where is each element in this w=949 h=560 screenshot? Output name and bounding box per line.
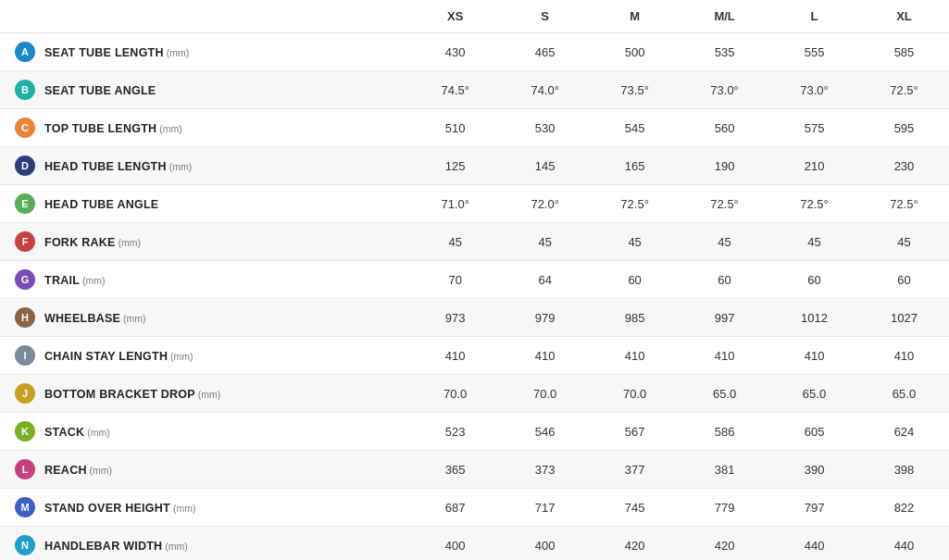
row-value-j-xl: 65.0 — [859, 375, 949, 413]
row-value-a-m-l: 535 — [680, 33, 769, 71]
row-label-text: FORK RAKE (mm) — [44, 235, 141, 249]
row-unit: (mm) — [80, 275, 105, 286]
row-main-label: HEAD TUBE ANGLE — [44, 198, 158, 211]
row-value-j-s: 70.0 — [500, 375, 590, 413]
row-main-label: STACK — [44, 426, 84, 439]
row-value-e-xl: 72.5° — [859, 185, 949, 223]
row-label-text: STAND OVER HEIGHT (mm) — [44, 501, 195, 515]
row-value-a-s: 465 — [500, 33, 590, 71]
row-value-b-m-l: 73.0° — [680, 71, 769, 109]
row-unit: (mm) — [156, 123, 181, 134]
row-value-k-m: 567 — [590, 413, 680, 451]
header-size-xl: XL — [859, 0, 949, 33]
table-row: MSTAND OVER HEIGHT (mm)68771774577979782… — [0, 489, 949, 527]
row-value-m-m: 745 — [590, 489, 680, 527]
row-value-g-xl: 60 — [859, 261, 949, 299]
row-value-c-s: 530 — [500, 109, 590, 147]
row-value-h-m: 985 — [590, 299, 680, 337]
row-value-d-xl: 230 — [859, 147, 949, 185]
table-row: ASEAT TUBE LENGTH (mm)430465500535555585 — [0, 33, 949, 71]
geometry-table: XSSMM/LLXL ASEAT TUBE LENGTH (mm)4304655… — [0, 0, 949, 560]
row-value-n-xl: 440 — [859, 527, 949, 561]
row-value-l-s: 373 — [500, 451, 590, 489]
row-value-i-xl: 410 — [859, 337, 949, 375]
table-row: LREACH (mm)365373377381390398 — [0, 451, 949, 489]
row-badge-d: D — [15, 156, 35, 176]
header-label-col — [0, 0, 410, 33]
row-value-j-l: 65.0 — [769, 375, 859, 413]
header-size-l: L — [769, 0, 859, 33]
row-main-label: TRAIL — [44, 274, 80, 287]
row-unit: (mm) — [170, 503, 195, 514]
row-badge-f: F — [15, 231, 35, 252]
row-badge-b: B — [15, 80, 35, 100]
row-value-g-xs: 70 — [410, 261, 500, 299]
row-value-c-l: 575 — [769, 109, 859, 147]
row-value-b-l: 73.0° — [769, 71, 859, 109]
row-value-i-s: 410 — [500, 337, 590, 375]
row-value-j-xs: 70.0 — [410, 375, 500, 413]
row-value-i-m: 410 — [590, 337, 680, 375]
row-label-text: WHEELBASE (mm) — [44, 311, 146, 325]
row-value-c-xs: 510 — [410, 109, 500, 147]
row-main-label: TOP TUBE LENGTH — [44, 122, 156, 135]
row-label-cell-m: MSTAND OVER HEIGHT (mm) — [0, 489, 410, 527]
row-value-i-xs: 410 — [410, 337, 500, 375]
table-header-row: XSSMM/LLXL — [0, 0, 949, 33]
row-main-label: STAND OVER HEIGHT — [44, 502, 170, 515]
row-value-m-xs: 687 — [410, 489, 500, 527]
row-value-f-s: 45 — [500, 223, 590, 261]
row-value-l-xs: 365 — [410, 451, 500, 489]
row-value-d-m-l: 190 — [680, 147, 769, 185]
row-value-h-xs: 973 — [410, 299, 500, 337]
table-row: CTOP TUBE LENGTH (mm)510530545560575595 — [0, 109, 949, 147]
row-label-cell-f: FFORK RAKE (mm) — [0, 223, 410, 261]
row-badge-g: G — [15, 269, 35, 290]
row-label-cell-k: KSTACK (mm) — [0, 413, 410, 451]
row-label-text: CHAIN STAY LENGTH (mm) — [44, 349, 194, 363]
table-row: BSEAT TUBE ANGLE74.5°74.0°73.5°73.0°73.0… — [0, 71, 949, 109]
row-value-e-xs: 71.0° — [410, 185, 500, 223]
row-unit: (mm) — [120, 313, 145, 324]
row-label-cell-d: DHEAD TUBE LENGTH (mm) — [0, 147, 410, 185]
row-badge-l: L — [15, 459, 35, 479]
table-row: DHEAD TUBE LENGTH (mm)125145165190210230 — [0, 147, 949, 185]
row-value-d-l: 210 — [769, 147, 859, 185]
table-row: EHEAD TUBE ANGLE71.0°72.0°72.5°72.5°72.5… — [0, 185, 949, 223]
row-value-e-l: 72.5° — [769, 185, 859, 223]
row-value-f-m-l: 45 — [680, 223, 769, 261]
row-label-cell-n: NHANDLEBAR WIDTH (mm) — [0, 527, 410, 561]
row-value-h-l: 1012 — [769, 299, 859, 337]
row-badge-e: E — [15, 193, 35, 214]
row-unit: (mm) — [168, 351, 193, 362]
row-value-k-s: 546 — [500, 413, 590, 451]
row-value-b-xs: 74.5° — [410, 71, 500, 109]
row-value-e-m-l: 72.5° — [680, 185, 769, 223]
row-label-text: SEAT TUBE ANGLE — [44, 83, 156, 97]
row-value-d-s: 145 — [500, 147, 590, 185]
table-row: FFORK RAKE (mm)454545454545 — [0, 223, 949, 261]
row-value-n-s: 400 — [500, 527, 590, 561]
header-size-s: S — [500, 0, 590, 33]
row-value-e-m: 72.5° — [590, 185, 680, 223]
row-unit: (mm) — [162, 541, 187, 552]
row-label-text: HANDLEBAR WIDTH (mm) — [44, 539, 188, 553]
row-label-cell-b: BSEAT TUBE ANGLE — [0, 71, 410, 109]
row-badge-i: I — [15, 345, 35, 366]
row-value-h-xl: 1027 — [859, 299, 949, 337]
row-main-label: HEAD TUBE LENGTH — [44, 160, 167, 173]
row-badge-j: J — [15, 383, 35, 404]
row-value-f-xl: 45 — [859, 223, 949, 261]
row-value-g-l: 60 — [769, 261, 859, 299]
row-badge-h: H — [15, 307, 35, 328]
table-row: KSTACK (mm)523546567586605624 — [0, 413, 949, 451]
table-row: JBOTTOM BRACKET DROP (mm)70.070.070.065.… — [0, 375, 949, 413]
row-value-n-m-l: 420 — [680, 527, 769, 561]
row-unit: (mm) — [116, 237, 141, 248]
row-main-label: BOTTOM BRACKET DROP — [44, 388, 195, 401]
row-label-text: TOP TUBE LENGTH (mm) — [44, 121, 182, 135]
table-row: ICHAIN STAY LENGTH (mm)41041041041041041… — [0, 337, 949, 375]
row-value-b-xl: 72.5° — [859, 71, 949, 109]
row-unit: (mm) — [167, 161, 192, 172]
row-value-c-xl: 595 — [859, 109, 949, 147]
